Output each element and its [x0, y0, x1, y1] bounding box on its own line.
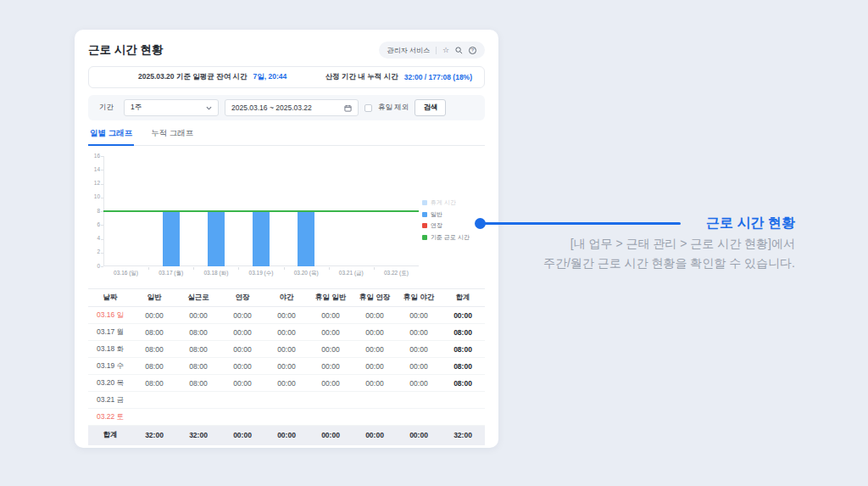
table-header-row: 날짜일반실근로연장야간휴일 일반휴일 연장휴일 야간합계: [88, 289, 485, 307]
chart-bar-series-일반: [298, 211, 314, 266]
callout-description-line2: 주간/월간 근로 시간 현황을 확인할 수 있습니다.: [543, 256, 795, 271]
footer-value-cell: 00:00: [397, 426, 441, 445]
value-cell: [264, 392, 309, 409]
value-cell: 00:00: [353, 358, 397, 375]
chart-legend: 휴게 시간일반연장기준 근로 시간: [422, 198, 470, 242]
value-cell: 00:00: [309, 358, 353, 375]
value-cell: [264, 409, 309, 426]
value-cell: 00:00: [220, 375, 264, 392]
date-cell: 03.20 목: [88, 375, 132, 392]
table-row: 03.21 금: [88, 392, 485, 409]
value-cell: 00:00: [353, 375, 397, 392]
calendar-icon: [344, 104, 352, 112]
column-header: 야간: [264, 289, 309, 307]
y-axis-tick-label: 14: [88, 167, 100, 173]
y-axis-tick-label: 16: [88, 154, 100, 159]
admin-service-button[interactable]: 관리자 서비스: [387, 46, 430, 55]
x-axis-label: 03.19 (수): [238, 270, 283, 277]
date-cell: 03.22 토: [88, 409, 132, 426]
period-select-value: 1주: [131, 103, 142, 113]
search-button[interactable]: 검색: [415, 99, 446, 116]
value-cell: 08:00: [132, 324, 176, 341]
y-axis-tick: [101, 253, 103, 254]
footer-total-cell: 32:00: [441, 426, 485, 445]
value-cell: [309, 409, 353, 426]
tab-daily-graph[interactable]: 일별 그래프: [88, 128, 134, 146]
summary-remaining-value: 7일, 20:44: [253, 72, 287, 82]
date-range-input[interactable]: 2025.03.16 ~ 2025.03.22: [225, 99, 359, 116]
holiday-exclude-checkbox[interactable]: [364, 104, 372, 112]
star-icon[interactable]: ☆: [442, 47, 449, 54]
table-row: 03.20 목08:0008:0000:0000:0000:0000:0000:…: [88, 375, 485, 392]
page-title: 근로 시간 현황: [88, 42, 164, 58]
legend-item-1[interactable]: 일반: [422, 210, 470, 219]
period-select[interactable]: 1주: [124, 99, 219, 116]
value-cell: 00:00: [220, 324, 264, 341]
summary-bar: 2025.03.20 기준 일평균 잔여 시간 7일, 20:44 산정 기간 …: [88, 66, 485, 88]
column-header: 날짜: [88, 289, 132, 307]
value-cell: 08:00: [176, 358, 220, 375]
legend-label: 일반: [431, 210, 442, 219]
value-cell: 00:00: [397, 358, 441, 375]
card-header: 근로 시간 현황 관리자 서비스 ☆ ?: [88, 40, 485, 60]
total-cell: [441, 409, 485, 426]
x-axis-label: 03.20 (목): [284, 270, 329, 277]
value-cell: 00:00: [309, 307, 353, 324]
help-icon[interactable]: ?: [469, 47, 476, 54]
value-cell: 00:00: [309, 324, 353, 341]
table-row: 03.19 수08:0008:0000:0000:0000:0000:0000:…: [88, 358, 485, 375]
search-icon[interactable]: [455, 47, 463, 54]
value-cell: 00:00: [132, 307, 176, 324]
legend-item-3[interactable]: 기준 근로 시간: [422, 233, 470, 242]
callout-line: [480, 222, 681, 225]
footer-value-cell: 00:00: [309, 426, 353, 445]
y-axis-tick-label: 12: [88, 181, 100, 187]
total-cell: 08:00: [441, 324, 485, 341]
value-cell: 00:00: [264, 307, 309, 324]
value-cell: 08:00: [132, 358, 176, 375]
value-cell: 00:00: [264, 375, 309, 392]
x-axis-tick: [148, 267, 149, 270]
value-cell: 08:00: [176, 341, 220, 358]
table-row: 03.22 토: [88, 409, 485, 426]
date-cell: 03.18 화: [88, 341, 132, 358]
column-header: 합계: [441, 289, 485, 307]
y-axis-tick: [101, 170, 103, 170]
legend-item-2[interactable]: 연장: [422, 221, 470, 230]
chart-bar-series-일반: [208, 211, 225, 266]
summary-accumulated-label: 산정 기간 내 누적 시간: [326, 72, 398, 82]
value-cell: 00:00: [397, 307, 441, 324]
total-cell: 00:00: [441, 307, 485, 324]
x-axis-tick: [374, 267, 375, 270]
filter-bar: 기간 1주 2025.03.16 ~ 2025.03.22 휴일 제외 검색: [88, 95, 485, 120]
table-row: 03.16 일00:0000:0000:0000:0000:0000:0000:…: [88, 307, 485, 324]
legend-label: 휴게 시간: [431, 198, 456, 207]
y-axis-tick: [101, 239, 103, 240]
y-axis-tick: [101, 184, 103, 185]
value-cell: 00:00: [176, 307, 220, 324]
column-header: 연장: [220, 289, 264, 307]
x-axis-label: 03.16 (일): [103, 270, 148, 277]
y-axis-tick-label: 8: [88, 209, 100, 215]
summary-remaining-label: 2025.03.20 기준 일평균 잔여 시간: [138, 72, 248, 82]
column-header: 일반: [132, 289, 176, 307]
legend-item-0[interactable]: 휴게 시간: [422, 198, 470, 207]
y-axis-tick: [101, 225, 103, 226]
total-cell: 08:00: [441, 358, 485, 375]
value-cell: [220, 392, 264, 409]
table-row: 03.18 화08:0008:0000:0000:0000:0000:0000:…: [88, 341, 485, 358]
value-cell: [132, 409, 176, 426]
tab-cumulative-graph[interactable]: 누적 그래프: [149, 128, 195, 145]
footer-value-cell: 32:00: [176, 426, 220, 445]
value-cell: 00:00: [309, 341, 353, 358]
value-cell: 00:00: [264, 358, 309, 375]
value-cell: 00:00: [309, 375, 353, 392]
value-cell: [353, 392, 397, 409]
date-cell: 03.21 금: [88, 392, 132, 409]
x-axis-label: 03.17 (월): [148, 270, 193, 277]
legend-swatch: [422, 235, 427, 240]
x-axis-label: 03.22 (토): [374, 270, 419, 277]
value-cell: [353, 409, 397, 426]
value-cell: 00:00: [264, 324, 309, 341]
reference-line: [103, 210, 419, 212]
